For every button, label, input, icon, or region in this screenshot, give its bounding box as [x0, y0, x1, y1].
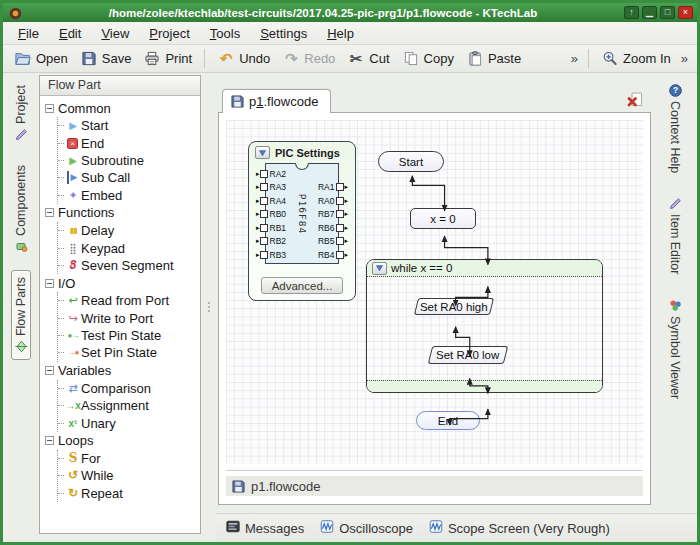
context-help-icon: ? [669, 84, 682, 97]
menu-project[interactable]: Project [140, 24, 198, 43]
pin-connector[interactable] [260, 251, 268, 259]
tree-item-set-pin-state[interactable]: →●Set Pin State [58, 344, 200, 361]
tree-item-read-from-port[interactable]: ↩Read from Port [58, 292, 200, 309]
bottom-tab-scope-screen[interactable]: Scope Screen (Very Rough) [429, 520, 610, 536]
cut-label: Cut [369, 51, 389, 66]
tree-item-comparison[interactable]: ⇄Comparison [58, 380, 200, 397]
save-label: Save [102, 51, 132, 66]
advanced-button[interactable]: Advanced... [261, 277, 343, 294]
pin-connector[interactable] [336, 183, 344, 191]
tree-item-sub-call[interactable]: ▶Sub Call [58, 169, 200, 186]
tree-item-write-to-port[interactable]: ↪Write to Port [58, 310, 200, 327]
paste-icon [466, 51, 484, 67]
flow-node-assign-label: x = 0 [430, 213, 455, 225]
pic-settings-block[interactable]: PIC Settings P16F84 ▸RA2▸RA3▸RA4▸RB0▸RB1… [248, 141, 356, 301]
flow-node-assign[interactable]: x = 0 [410, 208, 476, 229]
sidebar-tab-flow-parts[interactable]: Flow Parts [11, 270, 31, 360]
tree-item-start[interactable]: ▶Start [58, 117, 200, 134]
pin-connector[interactable] [260, 197, 268, 205]
pic-chip: P16F84 ▸RA2▸RA3▸RA4▸RB0▸RB1▸RB2▸RB3 RA1▸… [265, 163, 339, 264]
tree-section-variables[interactable]: Variables [45, 362, 200, 380]
flowcode-canvas[interactable]: PIC Settings P16F84 ▸RA2▸RA3▸RA4▸RB0▸RB1… [226, 120, 643, 464]
collapse-expander-icon[interactable] [45, 436, 54, 445]
tree-section-loops[interactable]: Loops [45, 432, 200, 450]
pin-connector[interactable] [260, 237, 268, 245]
copy-button[interactable]: Copy [397, 49, 459, 69]
open-button[interactable]: Open [9, 49, 73, 69]
sidebar-tab-context-help[interactable]: ?Context Help [665, 77, 685, 180]
sidebar-tab-components[interactable]: Components [11, 158, 31, 260]
pin-label: RA1 [316, 182, 337, 192]
tree-section-items: ▶Start×End▶Subroutine▶Sub Call✦Embed [57, 117, 200, 204]
menu-file[interactable]: File [9, 24, 48, 43]
pin-connector[interactable] [260, 224, 268, 232]
paste-button[interactable]: Paste [461, 49, 526, 69]
flow-node-set-ra0-high[interactable]: Set RA0 high [414, 298, 494, 315]
project-icon [15, 128, 28, 141]
collapse-expander-icon[interactable] [45, 208, 54, 217]
pin-connector[interactable] [260, 183, 268, 191]
menu-view[interactable]: View [92, 24, 138, 43]
close-document-button[interactable] [621, 89, 647, 109]
titlebar[interactable]: /home/zolee/ktechlab/test-circuits/2017.… [3, 3, 697, 22]
pin-connector[interactable] [336, 237, 344, 245]
redo-button[interactable]: ↷Redo [277, 49, 340, 69]
menu-tools[interactable]: Tools [201, 24, 249, 43]
tab-p1-flowcode[interactable]: p1.flowcode [222, 89, 331, 113]
save-button[interactable]: Save [75, 49, 137, 69]
pin-label: RA0 [316, 196, 337, 206]
maximize-button[interactable]: □ [660, 6, 675, 19]
pin-connector[interactable] [336, 210, 344, 218]
menu-edit[interactable]: Edit [50, 24, 90, 43]
collapse-expander-icon[interactable] [45, 104, 54, 113]
sidebar-tab-project[interactable]: Project [11, 78, 31, 148]
pin-connector[interactable] [336, 197, 344, 205]
sidebar-tab-symbol-viewer[interactable]: Symbol Viewer [665, 292, 685, 406]
panel-splitter[interactable] [201, 73, 216, 542]
tree-item-keypad[interactable]: ⣿Keypad [58, 239, 200, 256]
pin-connector[interactable] [336, 251, 344, 259]
tree-section-common[interactable]: Common [45, 99, 200, 117]
bottom-tab-oscilloscope[interactable]: Oscilloscope [320, 520, 413, 536]
toolbar-overflow-button[interactable]: » [568, 51, 581, 66]
tree-item-subroutine[interactable]: ▶Subroutine [58, 152, 200, 169]
flow-node-set-ra0-low[interactable]: Set RA0 low [428, 346, 508, 364]
tree-item-delay[interactable]: ▮▮Delay [58, 222, 200, 239]
document-tabbar: p1.flowcode [218, 86, 651, 112]
flow-node-end[interactable]: End [416, 411, 480, 430]
tree-item-unary[interactable]: x¹Unary [58, 414, 200, 431]
zoom-toolbar-overflow-button[interactable]: » [678, 51, 691, 66]
sidebar-tab-item-editor[interactable]: Item Editor [665, 190, 685, 281]
tree-item-embed[interactable]: ✦Embed [58, 187, 200, 204]
menu-help[interactable]: Help [318, 24, 363, 43]
flow-node-start[interactable]: Start [378, 151, 444, 172]
tree-item-end[interactable]: ×End [58, 134, 200, 151]
zoom-in-button[interactable]: Zoom In [596, 49, 676, 69]
tree-section-functions[interactable]: Functions [45, 204, 200, 222]
tree-item-while[interactable]: ↺While [58, 467, 200, 484]
print-button[interactable]: Print [138, 49, 197, 69]
tree-item-assignment[interactable]: →xAssignment [58, 397, 200, 414]
cut-button[interactable]: ✂Cut [342, 49, 394, 69]
flow-node-while-block[interactable]: while x == 0 [366, 259, 603, 393]
tree-section-i-o[interactable]: I/O [45, 274, 200, 292]
pin-connector[interactable] [260, 170, 268, 178]
pin-connector[interactable] [260, 210, 268, 218]
close-button[interactable]: × [678, 6, 693, 19]
keep-above-button[interactable]: ↑ [624, 6, 639, 19]
undo-button[interactable]: ↶Undo [212, 49, 275, 69]
tree-item-repeat[interactable]: ↻Repeat [58, 485, 200, 502]
pin-connector[interactable] [336, 224, 344, 232]
collapse-expander-icon[interactable] [45, 366, 54, 375]
tree-item-label: Subroutine [81, 153, 144, 168]
menu-settings[interactable]: Settings [251, 24, 316, 43]
tree-item-for[interactable]: SFor [58, 450, 200, 467]
copy-label: Copy [424, 51, 454, 66]
while-dropdown-button[interactable] [372, 262, 387, 275]
bottom-tab-messages[interactable]: Messages [226, 520, 304, 536]
tree-item-seven-segment[interactable]: 8Seven Segment [58, 257, 200, 274]
collapse-expander-icon[interactable] [45, 279, 54, 288]
minimize-button[interactable]: ▁ [642, 6, 657, 19]
tree-item-test-pin-state[interactable]: ●→Test Pin State [58, 327, 200, 344]
pic-settings-dropdown-button[interactable] [255, 146, 270, 159]
